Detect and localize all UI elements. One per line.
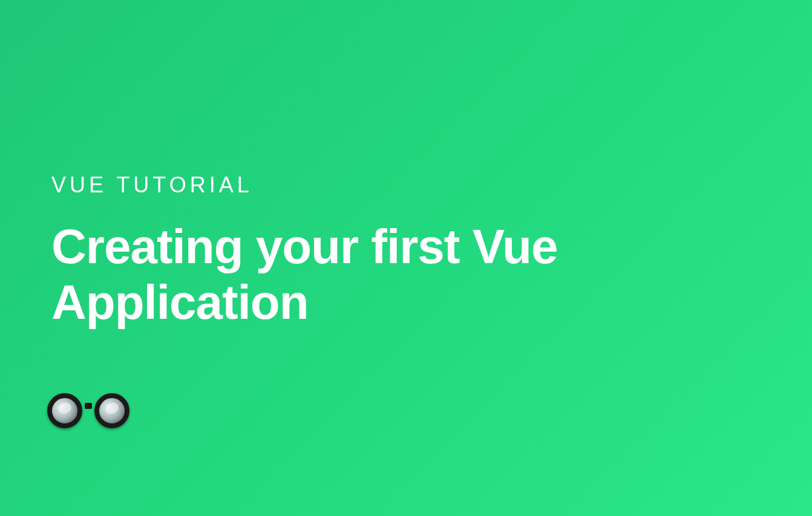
hero-icon-container <box>47 393 129 428</box>
lens-left <box>47 393 82 428</box>
hero-content: VUE TUTORIAL Creating your first Vue App… <box>51 172 717 330</box>
lens-right <box>94 393 129 428</box>
category-label: VUE TUTORIAL <box>51 172 717 198</box>
page-title: Creating your first Vue Application <box>51 219 717 330</box>
bridge <box>85 403 92 409</box>
glasses-icon <box>47 393 129 428</box>
